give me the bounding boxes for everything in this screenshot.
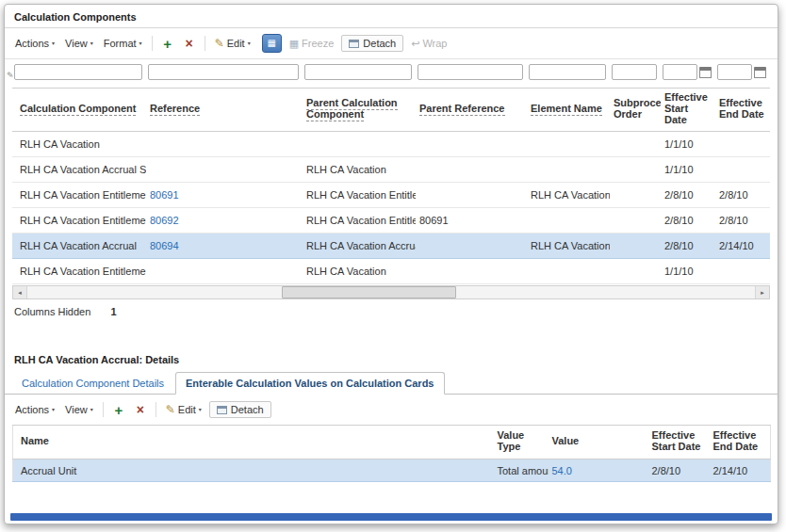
filter-row [12,59,770,89]
details-panel: RLH CA Vacation Accrual: Details Calcula… [5,347,778,482]
view-menu[interactable]: View ▾ [62,36,96,51]
details-tabbar: Calculation Component Details Enterable … [5,372,778,395]
calendar-icon[interactable] [699,67,712,78]
table-row[interactable]: Accrual UnitTotal amount54.02/8/102/14/1… [13,459,771,482]
filter-reference-input[interactable] [148,64,299,80]
plus-icon: + [114,403,123,417]
details-header-row: Name Value Type Value Effective Start Da… [13,426,771,459]
col-header-calculation-component[interactable]: Calculation Component [12,89,146,132]
edit-menu[interactable]: ✎ Edit ▾ [212,36,254,51]
cell [715,259,770,284]
table-row[interactable]: RLH CA Vacation Accrual SummaryRLH CA Va… [12,157,770,183]
add-button[interactable]: + [159,35,176,52]
filter-effective-end-date-input[interactable] [717,64,752,80]
cell [416,259,527,284]
details-detach-button[interactable]: Detach [209,401,271,418]
col-header-value-type[interactable]: Value Type [494,426,549,459]
delete-button[interactable]: × [181,35,198,52]
cell: RLH CA Vacation Accrual [12,234,146,259]
details-edit-menu[interactable]: ✎ Edit ▾ [163,402,205,417]
table-row[interactable]: RLH CA Vacation Entitlement80691RLH CA V… [12,183,770,208]
details-view-label: View [65,404,88,415]
cell: 1/1/10 [661,157,715,183]
actions-menu[interactable]: Actions ▾ [12,36,57,51]
details-table: Name Value Type Value Effective Start Da… [12,425,771,482]
tab-calculation-component-details[interactable]: Calculation Component Details [12,373,173,394]
cell [715,132,770,157]
cell-link[interactable]: 80692 [150,215,179,226]
cell: 80691 [416,208,527,234]
cell-link[interactable]: 54.0 [552,465,572,476]
pencil-icon: ✎ [215,38,224,49]
cell: 2/14/10 [710,459,771,482]
scroll-left-button[interactable]: ◄ [13,286,27,298]
cell [610,132,661,157]
col-header-details-effective-start-date[interactable]: Effective Start Date [648,426,710,459]
wrap-label: Wrap [422,38,447,49]
col-header-subprocessing-order[interactable]: Subprocessing Order [610,89,661,132]
col-header-effective-start-date[interactable]: Effective Start Date [661,89,715,132]
filter-parent-reference-input[interactable] [418,64,523,80]
calendar-icon[interactable] [754,67,766,78]
cell: RLH CA Vacation [303,259,416,284]
toolbar-separator [205,36,205,51]
tab-enterable-calculation-values[interactable]: Enterable Calculation Values on Calculat… [175,372,444,395]
cell [610,208,661,234]
cell [527,157,610,183]
detach-button[interactable]: Detach [341,35,403,52]
table-row[interactable]: RLH CA Vacation1/1/10 [12,132,770,157]
table-row[interactable]: RLH CA Vacation Entitlement Date80692RLH… [12,208,770,234]
col-header-effective-end-date[interactable]: Effective End Date [715,89,770,132]
filter-effective-start-date-input[interactable] [663,64,697,80]
cell: RLH CA Vacation Accrual [527,234,610,259]
filter-subprocessing-order-input[interactable] [612,64,657,80]
cell: RLH CA Vacation Entitlement [303,208,416,234]
cell: 2/8/10 [661,234,715,259]
delete-x-icon: × [186,37,193,50]
col-header-parent-calculation-component[interactable]: Parent Calculation Component [303,89,416,132]
chevron-down-icon: ▾ [52,407,55,412]
components-table-region: ✎ [5,59,778,321]
chevron-down-icon: ▾ [199,407,202,412]
details-view-menu[interactable]: View ▾ [62,402,96,417]
cell: 2/14/10 [715,234,770,259]
cell-link[interactable]: 80694 [150,240,179,251]
cell [416,157,527,183]
filter-table-icon: ▦ [267,39,275,48]
wrap-button: ↩ Wrap [408,36,450,51]
bottom-splitter-bar[interactable] [10,513,772,521]
details-actions-label: Actions [15,404,49,415]
calculation-components-panel: Calculation Components Actions ▾ View ▾ … [5,5,778,321]
col-header-element-name[interactable]: Element Name [527,89,610,132]
delete-x-icon: × [137,403,144,416]
table-row[interactable]: RLH CA Vacation Accrual80694RLH CA Vacat… [12,234,770,259]
scrollbar-thumb[interactable] [282,286,456,298]
pencil-icon: ✎ [166,404,175,415]
toolbar-separator [156,402,156,417]
table-row[interactable]: RLH CA Vacation Entitlement SummaryRLH C… [12,259,770,284]
details-detach-label: Detach [231,404,264,415]
format-menu[interactable]: Format ▾ [101,36,145,51]
col-header-reference[interactable]: Reference [146,89,303,132]
details-add-button[interactable]: + [110,401,127,418]
cell [416,234,527,259]
horizontal-scrollbar[interactable]: ◄ ► [12,285,770,299]
filter-calculation-component-input[interactable] [14,64,142,80]
col-header-name[interactable]: Name [13,426,494,459]
cell [527,132,610,157]
col-header-value[interactable]: Value [549,426,648,459]
chevron-down-icon: ▾ [248,40,251,46]
query-by-example-button[interactable]: ▦ [262,34,282,53]
details-delete-button[interactable]: × [132,401,149,418]
cell [146,259,303,284]
col-header-details-effective-end-date[interactable]: Effective End Date [710,426,771,459]
details-actions-menu[interactable]: Actions ▾ [12,402,57,417]
filter-element-name-input[interactable] [529,64,606,80]
scroll-right-button[interactable]: ► [755,286,769,298]
cell-link[interactable]: 80691 [150,189,179,201]
scrollbar-track[interactable] [27,286,755,298]
filter-parent-calculation-component-input[interactable] [304,64,412,80]
cell: 54.0 [549,459,648,482]
cell [416,183,527,208]
col-header-parent-reference[interactable]: Parent Reference [416,89,527,132]
